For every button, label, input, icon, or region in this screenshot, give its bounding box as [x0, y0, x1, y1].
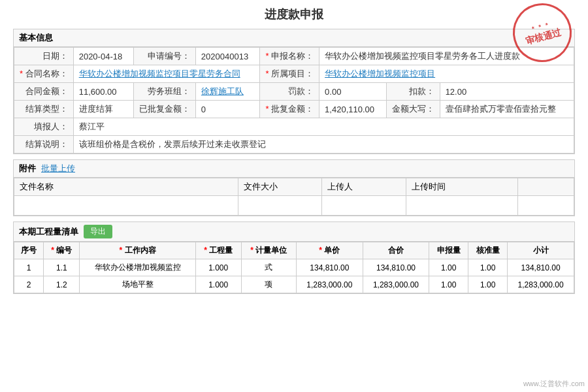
- date-label: 日期：: [14, 48, 74, 65]
- attach-col-filename: 文件名称: [14, 178, 238, 196]
- contract-name-label: 合同名称：: [14, 65, 74, 83]
- deduct-value: 12.00: [440, 83, 574, 101]
- labor-group-link[interactable]: 徐辉施工队: [201, 86, 244, 96]
- col-content: 工作内容: [80, 242, 195, 259]
- approved-amount-value: 0: [195, 101, 260, 118]
- belong-project-link[interactable]: 华软办公楼增加视频监控项目: [325, 69, 435, 78]
- col-seq: 序号: [14, 242, 44, 259]
- labor-group-label: 劳务班组：: [133, 83, 195, 101]
- col-unit: 计量单位: [241, 242, 296, 259]
- work-items-label: 本期工程量清单: [19, 226, 78, 238]
- attach-col-uploader: 上传人: [322, 178, 406, 196]
- contract-amount-value: 11,600.00: [73, 83, 133, 101]
- basic-info-header: 基本信息: [14, 29, 574, 47]
- basic-info-table: 日期： 2020-04-18 申请编号： 2020040013 申报名称： 华软…: [14, 47, 574, 154]
- work-items-header: 本期工程量清单 导出: [14, 222, 574, 242]
- col-unit-price: 单价: [297, 242, 363, 259]
- attach-col-uploadtime: 上传时间: [406, 178, 517, 196]
- page-title: 进度款申报: [13, 7, 575, 22]
- work-item-row: 21.2场地平整1.000项1,283,000.001,283,000.001.…: [14, 276, 574, 293]
- amount-capital-label: 金额大写：: [386, 101, 440, 118]
- work-items-section: 本期工程量清单 导出 序号 编号 工作内容 工程量 计量单位 单价 合价 申报量…: [13, 221, 575, 294]
- attachment-section: 附件 批量上传 文件名称 文件大小 上传人 上传时间: [13, 159, 575, 216]
- col-total: 合价: [363, 242, 429, 259]
- col-subtotal: 小计: [508, 242, 574, 259]
- apply-no-label: 申请编号：: [133, 48, 195, 65]
- filler-label: 填报人：: [14, 118, 74, 136]
- apply-name-label: 申报名称：: [260, 48, 319, 65]
- attach-empty-row: [14, 196, 574, 216]
- apply-no-value: 2020040013: [195, 48, 260, 65]
- remark-value: 该班组价格是含税价，发票后续开过来走收票登记: [73, 136, 574, 154]
- attachment-table: 文件名称 文件大小 上传人 上传时间: [14, 178, 574, 216]
- belong-project-label: 所属项目：: [260, 65, 319, 83]
- approved-amount-label: 已批复金额：: [133, 101, 195, 118]
- labor-group-value: 徐辉施工队: [195, 83, 260, 101]
- contract-name-link[interactable]: 华软办公楼增加视频监控项目零星劳务合同: [79, 69, 240, 78]
- penalty-value: 0.00: [319, 83, 387, 101]
- settlement-type-value: 进度结算: [73, 101, 133, 118]
- col-declared: 申报量: [429, 242, 468, 259]
- batch-upload-link[interactable]: 批量上传: [41, 163, 75, 174]
- attachment-header: 附件 批量上传: [14, 160, 574, 178]
- attachment-label: 附件: [19, 163, 36, 174]
- penalty-label: 罚款：: [260, 83, 319, 101]
- watermark: www.泛普软件.com: [523, 379, 585, 389]
- col-quantity: 工程量: [195, 242, 241, 259]
- batch-amount-label: 批复金额：: [260, 101, 319, 118]
- settlement-type-label: 结算类型：: [14, 101, 74, 118]
- work-item-row: 11.1华软办公楼增加视频监控1.000式134,810.00134,810.0…: [14, 259, 574, 276]
- col-code: 编号: [44, 242, 80, 259]
- work-items-table: 序号 编号 工作内容 工程量 计量单位 单价 合价 申报量 核准量 小计 11.…: [14, 242, 574, 293]
- basic-info-section: 基本信息 日期： 2020-04-18 申请编号： 2020040013 申报名…: [13, 29, 575, 154]
- col-approved: 核准量: [468, 242, 508, 259]
- contract-name-value: 华软办公楼增加视频监控项目零星劳务合同: [73, 65, 260, 83]
- date-value: 2020-04-18: [73, 48, 133, 65]
- page-container: * * * 审核通过 进度款申报 基本信息 日期： 2020-04-18 申请编…: [0, 0, 588, 392]
- amount-capital-value: 壹佰肆拾贰万零壹佰壹拾元整: [440, 101, 574, 118]
- attach-col-action: [518, 178, 574, 196]
- belong-project-value: 华软办公楼增加视频监控项目: [319, 65, 574, 83]
- deduct-label: 扣款：: [386, 83, 440, 101]
- batch-amount-value: 1,420,110.00: [319, 101, 387, 118]
- remark-label: 结算说明：: [14, 136, 74, 154]
- export-button[interactable]: 导出: [84, 225, 112, 238]
- contract-amount-label: 合同金额：: [14, 83, 74, 101]
- attach-col-filesize: 文件大小: [238, 178, 322, 196]
- filler-value: 蔡江平: [73, 118, 574, 136]
